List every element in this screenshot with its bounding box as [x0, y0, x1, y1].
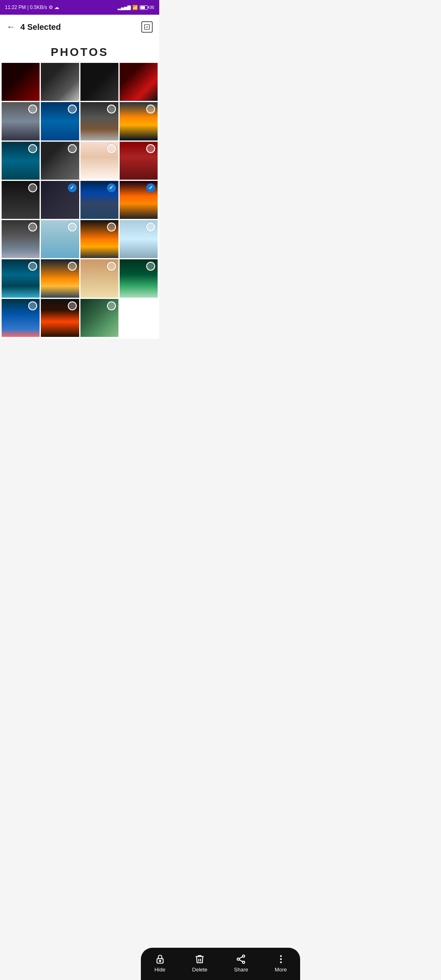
photo-item-19[interactable]: [80, 220, 118, 258]
selection-circle-10[interactable]: [68, 144, 77, 153]
status-time: 11:22 PM: [5, 4, 26, 10]
header-left: ← 4 Selected: [7, 22, 61, 32]
selection-circle-12[interactable]: [146, 144, 155, 153]
photo-item-1[interactable]: [2, 63, 40, 101]
status-speed: 0.5KB/s: [30, 4, 47, 10]
selection-circle-7[interactable]: [107, 105, 116, 114]
battery-icon: [140, 5, 148, 10]
photo-item-2[interactable]: [41, 63, 79, 101]
photo-item-8[interactable]: [120, 102, 158, 140]
photo-item-3[interactable]: [80, 63, 118, 101]
photo-item-20[interactable]: [120, 220, 158, 258]
photo-item-11[interactable]: [80, 142, 118, 180]
selection-circle-20[interactable]: [146, 223, 155, 232]
photo-item-5[interactable]: [2, 102, 40, 140]
photo-item-25[interactable]: [2, 299, 40, 337]
selection-circle-9[interactable]: [28, 144, 37, 153]
status-time-speed: 11:22 PM | 0.5KB/s ⚙ ☁: [5, 4, 59, 10]
status-bar: 11:22 PM | 0.5KB/s ⚙ ☁ ▂▄▅▇ 📶 36: [0, 0, 159, 15]
select-all-button[interactable]: [141, 21, 153, 33]
selection-circle-27[interactable]: [107, 301, 116, 310]
selection-circle-19[interactable]: [107, 223, 116, 232]
selection-circle-6[interactable]: [68, 105, 77, 114]
photos-grid: [0, 63, 159, 339]
selection-circle-25[interactable]: [28, 301, 37, 310]
photo-item-14[interactable]: [41, 181, 79, 219]
photo-item-4[interactable]: [120, 63, 158, 101]
selection-circle-26[interactable]: [68, 301, 77, 310]
photo-item-12[interactable]: [120, 142, 158, 180]
photo-item-7[interactable]: [80, 102, 118, 140]
photo-item-18[interactable]: [41, 220, 79, 258]
status-icons: ▂▄▅▇ 📶 36: [118, 5, 154, 10]
photo-item-9[interactable]: [2, 142, 40, 180]
selection-circle-16[interactable]: [146, 183, 155, 192]
check-all-icon: [144, 24, 150, 30]
photo-item-24[interactable]: [120, 259, 158, 297]
photo-item-16[interactable]: [120, 181, 158, 219]
selection-circle-22[interactable]: [68, 262, 77, 271]
page-title-container: PHOTOS: [0, 39, 159, 63]
wifi-icon: 📶: [132, 5, 138, 10]
back-button[interactable]: ←: [7, 22, 16, 31]
selection-circle-15[interactable]: [107, 183, 116, 192]
bottom-spacer: [0, 339, 159, 375]
selection-circle-13[interactable]: [28, 183, 37, 192]
selection-circle-14[interactable]: [68, 183, 77, 192]
page-title: PHOTOS: [0, 46, 159, 59]
photo-item-10[interactable]: [41, 142, 79, 180]
photo-item-17[interactable]: [2, 220, 40, 258]
selection-count-title: 4 Selected: [20, 22, 61, 32]
selection-circle-11[interactable]: [107, 144, 116, 153]
photo-item-26[interactable]: [41, 299, 79, 337]
selection-circle-23[interactable]: [107, 262, 116, 271]
signal-icon: ▂▄▅▇: [118, 5, 131, 10]
battery-level: 36: [149, 5, 154, 10]
photo-item-13[interactable]: [2, 181, 40, 219]
photo-item-6[interactable]: [41, 102, 79, 140]
photo-item-21[interactable]: [2, 259, 40, 297]
photo-item-27[interactable]: [80, 299, 118, 337]
photo-item-22[interactable]: [41, 259, 79, 297]
photo-item-23[interactable]: [80, 259, 118, 297]
selection-circle-18[interactable]: [68, 223, 77, 232]
photo-item-15[interactable]: [80, 181, 118, 219]
header: ← 4 Selected: [0, 15, 159, 39]
